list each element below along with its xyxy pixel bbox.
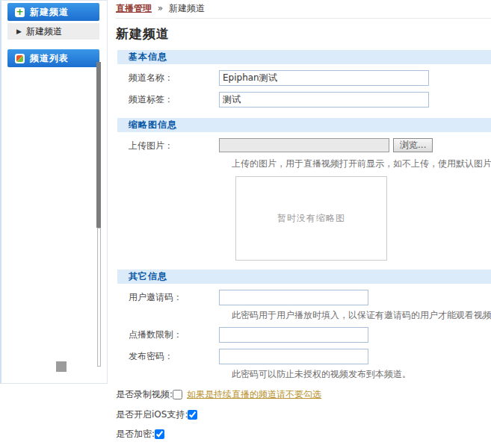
sidebar-scrollbar-track[interactable] <box>97 228 101 367</box>
browse-button[interactable]: 浏览... <box>393 138 433 152</box>
sidebar-subitem-label: 新建频道 <box>26 23 62 40</box>
breadcrumb: 直播管理 » 新建频道 <box>116 0 491 19</box>
thumbnail-placeholder-text: 暂时没有缩略图 <box>277 212 345 225</box>
form-row-encrypt: 是否加密: <box>116 429 491 440</box>
record-video-warning-link[interactable]: 如果是持续直播的频道请不要勾选 <box>187 388 321 401</box>
page: + 新建频道 ▶ 新建频道 频道列表 直播管理 » 新建频道 新建频道 基本信息… <box>0 0 491 448</box>
file-input-group: 浏览... <box>219 138 433 152</box>
section-header-other-info: 其它信息 <box>117 270 491 284</box>
file-path-field[interactable] <box>219 138 389 152</box>
sidebar: + 新建频道 ▶ 新建频道 频道列表 <box>0 0 108 384</box>
grid-icon <box>15 54 25 63</box>
section-header-basic-info: 基本信息 <box>117 50 491 64</box>
thumbnail-placeholder: 暂时没有缩略图 <box>235 176 387 261</box>
vod-limit-label: 点播数限制： <box>116 327 219 343</box>
record-video-checkbox[interactable] <box>173 390 182 399</box>
sidebar-scrollbar-thumb[interactable] <box>96 62 101 228</box>
breadcrumb-separator: » <box>158 3 163 13</box>
upload-image-label: 上传图片： <box>116 138 219 154</box>
invite-code-label: 用户邀请码： <box>116 290 219 305</box>
form-row-invite-code: 用户邀请码： <box>116 290 491 305</box>
encrypt-checkbox[interactable] <box>155 429 164 439</box>
sidebar-scroll-handle[interactable] <box>56 361 67 372</box>
sidebar-item-new-channel[interactable]: + 新建频道 <box>7 3 99 21</box>
section-header-thumbnail-info: 缩略图信息 <box>117 118 491 132</box>
breadcrumb-link-live-management[interactable]: 直播管理 <box>116 3 152 13</box>
encrypt-label: 是否加密: <box>116 429 155 440</box>
form-row-ios-support: 是否开启iOS支持: <box>116 409 491 420</box>
invite-code-input[interactable] <box>219 290 368 305</box>
sidebar-item-label: 新建频道 <box>30 3 69 21</box>
ios-support-checkbox[interactable] <box>188 410 197 420</box>
record-video-label: 是否录制视频: <box>116 389 173 400</box>
form-row-publish-password: 发布密码： <box>116 349 491 364</box>
sidebar-item-channel-list[interactable]: 频道列表 <box>7 49 99 67</box>
breadcrumb-current: 新建频道 <box>169 3 205 13</box>
channel-name-input[interactable] <box>219 70 429 86</box>
vod-limit-input[interactable] <box>219 327 368 343</box>
publish-password-input[interactable] <box>219 349 368 364</box>
arrow-icon: ▶ <box>16 23 22 40</box>
sidebar-subitem-new-channel[interactable]: ▶ 新建频道 <box>7 23 99 40</box>
sidebar-item-label: 频道列表 <box>30 49 69 67</box>
form-row-vod-limit: 点播数限制： <box>116 327 491 343</box>
form-row-channel-tag: 频道标签： <box>116 92 491 108</box>
channel-tag-label: 频道标签： <box>116 92 219 108</box>
channel-tag-input[interactable] <box>219 92 429 108</box>
plus-icon: + <box>15 7 25 17</box>
form-row-record-video: 是否录制视频: 如果是持续直播的频道请不要勾选 <box>116 388 491 401</box>
form-row-upload-image: 上传图片： 浏览... <box>116 138 491 154</box>
invite-code-help-text: 此密码用于用户播放时填入，以保证有邀请码的用户才能观看视频。 <box>232 309 491 321</box>
ios-support-label: 是否开启iOS支持: <box>116 409 188 420</box>
page-title: 新建频道 <box>116 25 491 43</box>
channel-name-label: 频道名称： <box>116 70 219 86</box>
form-row-channel-name: 频道名称： <box>116 70 491 86</box>
publish-password-label: 发布密码： <box>116 349 219 364</box>
publish-password-help-text: 此密码可以防止未授权的视频发布到本频道。 <box>232 368 491 380</box>
upload-image-help-text: 上传的图片，用于直播视频打开前显示，如不上传，使用默认图片(最大不能 <box>232 158 491 169</box>
main-content: 直播管理 » 新建频道 新建频道 基本信息 频道名称： 频道标签： 缩略图信息 … <box>109 0 491 448</box>
